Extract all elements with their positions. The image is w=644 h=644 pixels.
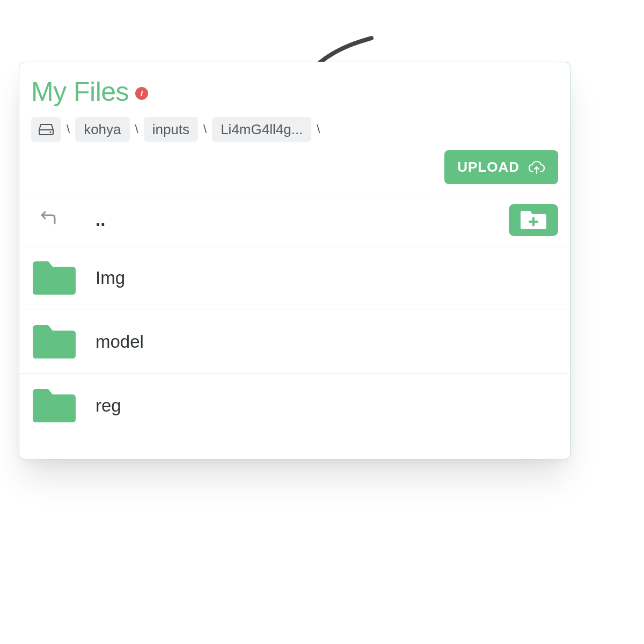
drive-icon — [39, 123, 54, 135]
page-title: My Files — [31, 76, 129, 107]
info-icon[interactable]: i — [135, 87, 148, 100]
upload-button[interactable]: UPLOAD — [444, 150, 558, 184]
new-folder-icon — [519, 209, 547, 231]
folder-name: reg — [96, 396, 121, 416]
toolbar: UPLOAD — [19, 142, 570, 194]
folder-row[interactable]: Img — [19, 246, 570, 310]
breadcrumb-item-kohya[interactable]: kohya — [75, 117, 129, 142]
breadcrumb-separator: \ — [317, 122, 320, 136]
breadcrumb-root[interactable] — [31, 117, 61, 142]
breadcrumb-item-inputs[interactable]: inputs — [144, 117, 198, 142]
folder-name: model — [96, 332, 144, 352]
row-icon-slot — [31, 323, 96, 361]
upload-button-label: UPLOAD — [457, 159, 519, 175]
breadcrumb: \ kohya \ inputs \ Li4mG4ll4g... \ — [19, 117, 570, 142]
folder-icon — [31, 323, 77, 361]
row-icon-slot — [31, 259, 96, 297]
parent-directory-label: .. — [96, 210, 105, 230]
folder-row[interactable]: reg — [19, 374, 570, 437]
cloud-upload-icon — [528, 160, 545, 174]
folder-row[interactable]: model — [19, 310, 570, 374]
folder-name: Img — [96, 268, 125, 288]
file-manager-card: My Files i \ kohya \ inputs \ Li4mG4ll4g… — [19, 62, 570, 459]
row-icon-slot — [31, 210, 96, 230]
file-list: .. Img m — [19, 194, 570, 437]
breadcrumb-separator: \ — [67, 122, 70, 136]
breadcrumb-item-current[interactable]: Li4mG4ll4g... — [212, 117, 311, 142]
header: My Files i — [19, 76, 570, 107]
svg-point-1 — [50, 131, 52, 133]
breadcrumb-separator: \ — [135, 122, 138, 136]
folder-icon — [31, 259, 77, 297]
row-icon-slot — [31, 387, 96, 425]
new-folder-button[interactable] — [509, 204, 558, 236]
breadcrumb-separator: \ — [203, 122, 207, 136]
folder-icon — [31, 387, 77, 425]
parent-directory-row[interactable]: .. — [19, 194, 570, 246]
back-arrow-icon — [39, 210, 58, 230]
